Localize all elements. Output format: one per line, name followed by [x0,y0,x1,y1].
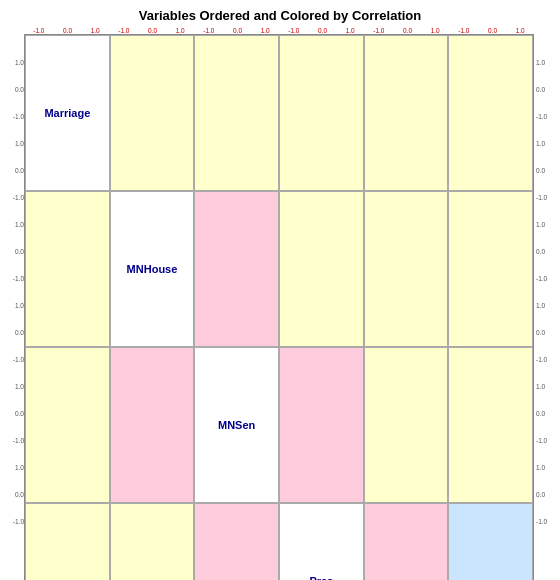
canvas-0-3 [280,51,363,130]
y-label-3-2: 0.0 [15,248,24,255]
y-label-5-3: -1.0 [13,437,24,444]
cell-4-0 [25,373,110,454]
canvas-1-5 [449,132,532,211]
canvas-5-5 [449,454,532,533]
canvas-1-1 [111,132,194,211]
cell-5-4 [364,453,449,534]
canvas-5-2 [195,454,278,533]
canvas-4-1 [111,374,194,453]
y-label-6-1: 1.0 [15,464,24,471]
scatter-grid: Marriage [24,49,534,535]
canvas-1-2 [195,132,278,211]
canvas-3-2 [195,293,278,372]
canvas-2-1 [111,212,194,291]
yr-label-2-1: 1.0 [536,140,545,147]
y-label-2-1: 1.0 [15,140,24,147]
canvas-4-2 [195,374,278,453]
cell-5-1 [110,453,195,534]
bottom-axis-1: -1.00.01.0 [24,535,109,557]
cell-1-1: MNHouse [110,131,195,212]
top-axis-3: -1.00.01.0 [194,27,279,49]
cell-4-5 [448,373,533,454]
cell-2-4 [364,211,449,292]
y-label-3-1: 1.0 [15,221,24,228]
cell-3-0 [25,292,110,373]
cell-5-2 [194,453,279,534]
y-label-1-2: 0.0 [15,86,24,93]
top-axis-6: -1.00.01.0 [449,27,534,49]
cell-5-5: Voter [448,453,533,534]
y-label-3-3: -1.0 [13,275,24,282]
cell-3-4 [364,292,449,373]
canvas-2-0 [26,212,109,291]
bottom-axis-5: -1.00.01.0 [364,535,449,557]
y-label-1-1: 1.0 [15,59,24,66]
yr-label-1-2: 0.0 [536,86,545,93]
cell-1-2 [194,131,279,212]
canvas-0-5 [449,51,532,130]
yr-label-3-3: -1.0 [536,275,547,282]
canvas-1-0 [26,132,109,211]
cell-3-3: Pres [279,292,364,373]
cell-1-0 [25,131,110,212]
canvas-3-1 [111,293,194,372]
cell-3-5 [448,292,533,373]
y-label-1-3: -1.0 [13,113,24,120]
cell-0-1 [110,50,195,131]
top-axis-2: -1.00.01.0 [109,27,194,49]
y-label-4-2: 0.0 [15,329,24,336]
canvas-4-5 [449,374,532,453]
bottom-axis-4: -1.00.01.0 [279,535,364,557]
canvas-5-3 [280,454,363,533]
yr-label-4-1: 1.0 [536,302,545,309]
cell-5-3 [279,453,364,534]
cell-1-3 [279,131,364,212]
y-label-2-3: -1.0 [13,194,24,201]
cell-0-4 [364,50,449,131]
canvas-0-2 [195,51,278,130]
y-label-5-2: 0.0 [15,410,24,417]
y-label-4-1: 1.0 [15,302,24,309]
chart-container: Variables Ordered and Colored by Correla… [0,0,560,580]
yr-label-3-1: 1.0 [536,221,545,228]
canvas-4-3 [280,374,363,453]
canvas-4-4 [365,374,448,453]
canvas-0-1 [111,51,194,130]
y-label-6-2: 0.0 [15,491,24,498]
canvas-3-5 [449,293,532,372]
canvas-3-0 [26,293,109,372]
cell-0-5 [448,50,533,131]
yr-label-2-3: -1.0 [536,194,547,201]
y-label-5-1: 1.0 [15,383,24,390]
cell-0-3 [279,50,364,131]
cell-1-4 [364,131,449,212]
yr-label-6-2: 0.0 [536,491,545,498]
cell-1-5 [448,131,533,212]
cell-5-0 [25,453,110,534]
cell-0-2 [194,50,279,131]
yr-label-4-3: -1.0 [536,356,547,363]
canvas-4-0 [26,374,109,453]
canvas-2-4 [365,212,448,291]
cell-4-1 [110,373,195,454]
yr-label-6-1: 1.0 [536,464,545,471]
yr-label-5-1: 1.0 [536,383,545,390]
canvas-2-2 [195,212,278,291]
canvas-1-3 [280,132,363,211]
cell-3-2 [194,292,279,373]
cell-2-1 [110,211,195,292]
bottom-axis-3: -1.00.01.0 [194,535,279,557]
cell-2-5 [448,211,533,292]
canvas-5-0 [26,454,109,533]
cell-2-3 [279,211,364,292]
y-label-4-3: -1.0 [13,356,24,363]
canvas-0-0 [26,51,109,130]
y-label-2-2: 0.0 [15,167,24,174]
yr-label-6-3: -1.0 [536,518,547,525]
top-axis-1: -1.00.01.0 [24,27,109,49]
y-label-6-3: -1.0 [13,518,24,525]
yr-label-1-1: 1.0 [536,59,545,66]
yr-label-1-3: -1.0 [536,113,547,120]
yr-label-4-2: 0.0 [536,329,545,336]
bottom-axis-2: -1.00.01.0 [109,535,194,557]
